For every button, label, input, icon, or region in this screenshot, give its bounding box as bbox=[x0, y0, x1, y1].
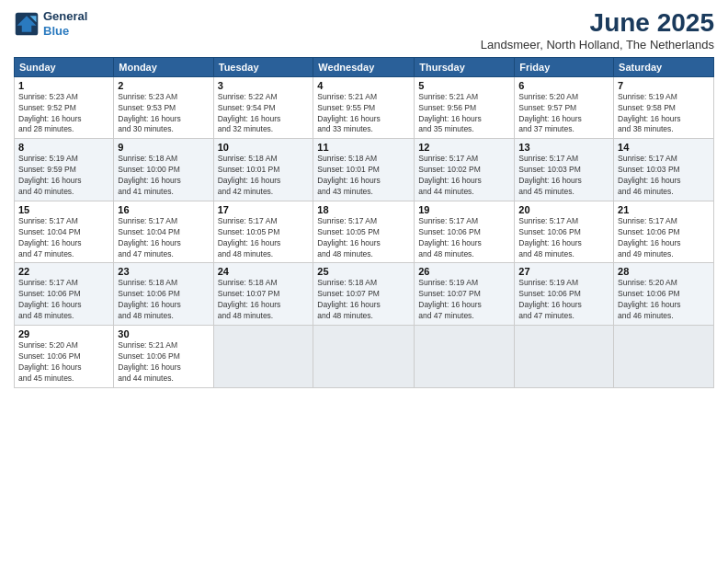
day-number: 23 bbox=[118, 266, 209, 277]
day-info: Sunrise: 5:19 AM Sunset: 9:59 PM Dayligh… bbox=[18, 154, 109, 198]
day-info: Sunrise: 5:18 AM Sunset: 10:00 PM Daylig… bbox=[118, 154, 209, 198]
day-cell-14: 14Sunrise: 5:17 AM Sunset: 10:03 PM Dayl… bbox=[614, 139, 714, 201]
day-cell-7: 7Sunrise: 5:19 AM Sunset: 9:58 PM Daylig… bbox=[614, 76, 714, 139]
day-number: 29 bbox=[18, 328, 109, 339]
empty-cell bbox=[213, 326, 313, 388]
day-info: Sunrise: 5:18 AM Sunset: 10:07 PM Daylig… bbox=[218, 278, 310, 322]
week-row-3: 22Sunrise: 5:17 AM Sunset: 10:06 PM Dayl… bbox=[15, 263, 714, 326]
week-row-4: 29Sunrise: 5:20 AM Sunset: 10:06 PM Dayl… bbox=[15, 326, 714, 388]
day-cell-16: 16Sunrise: 5:17 AM Sunset: 10:04 PM Dayl… bbox=[114, 201, 213, 263]
day-number: 17 bbox=[218, 204, 310, 215]
col-header-monday: Monday bbox=[114, 57, 213, 76]
title-block: June 2025 Landsmeer, North Holland, The … bbox=[481, 9, 714, 52]
logo: General Blue bbox=[14, 9, 87, 38]
day-info: Sunrise: 5:22 AM Sunset: 9:54 PM Dayligh… bbox=[218, 92, 310, 136]
day-cell-6: 6Sunrise: 5:20 AM Sunset: 9:57 PM Daylig… bbox=[515, 76, 614, 139]
day-number: 4 bbox=[317, 80, 410, 91]
day-info: Sunrise: 5:17 AM Sunset: 10:03 PM Daylig… bbox=[518, 154, 609, 198]
day-info: Sunrise: 5:20 AM Sunset: 10:06 PM Daylig… bbox=[618, 278, 710, 322]
day-cell-9: 9Sunrise: 5:18 AM Sunset: 10:00 PM Dayli… bbox=[114, 139, 213, 201]
day-cell-29: 29Sunrise: 5:20 AM Sunset: 10:06 PM Dayl… bbox=[15, 326, 114, 388]
day-number: 13 bbox=[518, 142, 609, 153]
day-cell-17: 17Sunrise: 5:17 AM Sunset: 10:05 PM Dayl… bbox=[213, 201, 313, 263]
day-info: Sunrise: 5:23 AM Sunset: 9:52 PM Dayligh… bbox=[18, 92, 109, 136]
day-info: Sunrise: 5:18 AM Sunset: 10:01 PM Daylig… bbox=[317, 154, 410, 198]
col-header-friday: Friday bbox=[515, 57, 614, 76]
day-number: 15 bbox=[18, 204, 109, 215]
col-header-saturday: Saturday bbox=[614, 57, 714, 76]
day-info: Sunrise: 5:17 AM Sunset: 10:06 PM Daylig… bbox=[18, 278, 109, 322]
day-cell-22: 22Sunrise: 5:17 AM Sunset: 10:06 PM Dayl… bbox=[15, 263, 114, 326]
day-number: 21 bbox=[618, 204, 710, 215]
day-number: 7 bbox=[618, 80, 710, 91]
day-cell-4: 4Sunrise: 5:21 AM Sunset: 9:55 PM Daylig… bbox=[313, 76, 415, 139]
day-info: Sunrise: 5:18 AM Sunset: 10:06 PM Daylig… bbox=[118, 278, 209, 322]
day-cell-24: 24Sunrise: 5:18 AM Sunset: 10:07 PM Dayl… bbox=[213, 263, 313, 326]
day-cell-30: 30Sunrise: 5:21 AM Sunset: 10:06 PM Dayl… bbox=[114, 326, 213, 388]
empty-cell bbox=[415, 326, 515, 388]
day-number: 2 bbox=[118, 80, 209, 91]
day-info: Sunrise: 5:20 AM Sunset: 9:57 PM Dayligh… bbox=[518, 92, 609, 136]
day-info: Sunrise: 5:21 AM Sunset: 10:06 PM Daylig… bbox=[118, 340, 209, 385]
day-cell-28: 28Sunrise: 5:20 AM Sunset: 10:06 PM Dayl… bbox=[614, 263, 714, 326]
day-number: 18 bbox=[317, 204, 410, 215]
day-cell-21: 21Sunrise: 5:17 AM Sunset: 10:06 PM Dayl… bbox=[614, 201, 714, 263]
day-info: Sunrise: 5:17 AM Sunset: 10:04 PM Daylig… bbox=[18, 216, 109, 260]
day-info: Sunrise: 5:19 AM Sunset: 9:58 PM Dayligh… bbox=[618, 92, 710, 136]
day-number: 25 bbox=[317, 266, 410, 277]
day-info: Sunrise: 5:21 AM Sunset: 9:56 PM Dayligh… bbox=[418, 92, 510, 136]
empty-cell bbox=[614, 326, 714, 388]
day-number: 8 bbox=[18, 142, 109, 153]
calendar-header-row: SundayMondayTuesdayWednesdayThursdayFrid… bbox=[15, 57, 714, 76]
day-number: 10 bbox=[218, 142, 310, 153]
logo-icon bbox=[14, 11, 40, 37]
month-title: June 2025 bbox=[481, 9, 714, 38]
day-info: Sunrise: 5:19 AM Sunset: 10:07 PM Daylig… bbox=[418, 278, 510, 322]
day-info: Sunrise: 5:18 AM Sunset: 10:07 PM Daylig… bbox=[317, 278, 410, 322]
day-info: Sunrise: 5:23 AM Sunset: 9:53 PM Dayligh… bbox=[118, 92, 209, 136]
day-number: 30 bbox=[118, 328, 209, 339]
day-cell-27: 27Sunrise: 5:19 AM Sunset: 10:06 PM Dayl… bbox=[515, 263, 614, 326]
day-number: 20 bbox=[518, 204, 609, 215]
day-number: 1 bbox=[18, 80, 109, 91]
day-info: Sunrise: 5:17 AM Sunset: 10:06 PM Daylig… bbox=[518, 216, 609, 260]
day-cell-11: 11Sunrise: 5:18 AM Sunset: 10:01 PM Dayl… bbox=[313, 139, 415, 201]
week-row-2: 15Sunrise: 5:17 AM Sunset: 10:04 PM Dayl… bbox=[15, 201, 714, 263]
day-number: 9 bbox=[118, 142, 209, 153]
day-info: Sunrise: 5:19 AM Sunset: 10:06 PM Daylig… bbox=[518, 278, 609, 322]
day-cell-2: 2Sunrise: 5:23 AM Sunset: 9:53 PM Daylig… bbox=[114, 76, 213, 139]
day-info: Sunrise: 5:17 AM Sunset: 10:05 PM Daylig… bbox=[317, 216, 410, 260]
day-number: 26 bbox=[418, 266, 510, 277]
day-cell-12: 12Sunrise: 5:17 AM Sunset: 10:02 PM Dayl… bbox=[415, 139, 515, 201]
calendar: SundayMondayTuesdayWednesdayThursdayFrid… bbox=[14, 57, 714, 388]
day-number: 28 bbox=[618, 266, 710, 277]
day-cell-18: 18Sunrise: 5:17 AM Sunset: 10:05 PM Dayl… bbox=[313, 201, 415, 263]
day-number: 11 bbox=[317, 142, 410, 153]
day-info: Sunrise: 5:17 AM Sunset: 10:03 PM Daylig… bbox=[618, 154, 710, 198]
logo-text: General Blue bbox=[43, 9, 87, 38]
day-cell-3: 3Sunrise: 5:22 AM Sunset: 9:54 PM Daylig… bbox=[213, 76, 313, 139]
day-cell-23: 23Sunrise: 5:18 AM Sunset: 10:06 PM Dayl… bbox=[114, 263, 213, 326]
day-info: Sunrise: 5:21 AM Sunset: 9:55 PM Dayligh… bbox=[317, 92, 410, 136]
week-row-1: 8Sunrise: 5:19 AM Sunset: 9:59 PM Daylig… bbox=[15, 139, 714, 201]
day-number: 5 bbox=[418, 80, 510, 91]
day-number: 16 bbox=[118, 204, 209, 215]
day-info: Sunrise: 5:17 AM Sunset: 10:06 PM Daylig… bbox=[618, 216, 710, 260]
day-cell-25: 25Sunrise: 5:18 AM Sunset: 10:07 PM Dayl… bbox=[313, 263, 415, 326]
header: General Blue June 2025 Landsmeer, North … bbox=[14, 9, 714, 52]
day-info: Sunrise: 5:17 AM Sunset: 10:05 PM Daylig… bbox=[218, 216, 310, 260]
day-info: Sunrise: 5:18 AM Sunset: 10:01 PM Daylig… bbox=[218, 154, 310, 198]
week-row-0: 1Sunrise: 5:23 AM Sunset: 9:52 PM Daylig… bbox=[15, 76, 714, 139]
day-cell-19: 19Sunrise: 5:17 AM Sunset: 10:06 PM Dayl… bbox=[415, 201, 515, 263]
day-cell-5: 5Sunrise: 5:21 AM Sunset: 9:56 PM Daylig… bbox=[415, 76, 515, 139]
day-cell-20: 20Sunrise: 5:17 AM Sunset: 10:06 PM Dayl… bbox=[515, 201, 614, 263]
day-cell-8: 8Sunrise: 5:19 AM Sunset: 9:59 PM Daylig… bbox=[15, 139, 114, 201]
day-number: 27 bbox=[518, 266, 609, 277]
col-header-tuesday: Tuesday bbox=[213, 57, 313, 76]
day-number: 22 bbox=[18, 266, 109, 277]
day-number: 6 bbox=[518, 80, 609, 91]
day-info: Sunrise: 5:20 AM Sunset: 10:06 PM Daylig… bbox=[18, 340, 109, 385]
day-info: Sunrise: 5:17 AM Sunset: 10:02 PM Daylig… bbox=[418, 154, 510, 198]
day-number: 3 bbox=[218, 80, 310, 91]
empty-cell bbox=[313, 326, 415, 388]
